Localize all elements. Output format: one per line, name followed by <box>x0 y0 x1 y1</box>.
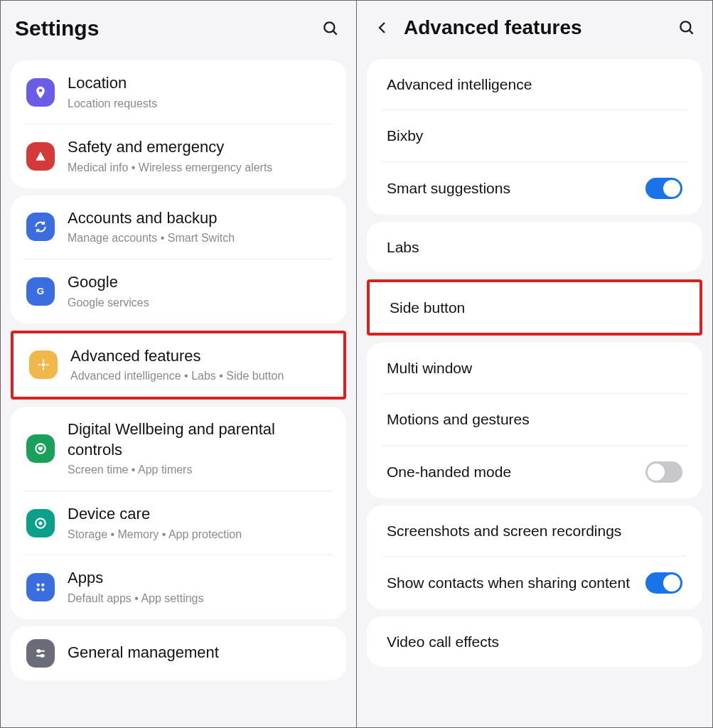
svg-point-15 <box>680 21 690 31</box>
settings-item-google[interactable]: G Google Google services <box>23 259 333 323</box>
settings-item-advanced-features-highlight: Advanced features Advanced intelligence … <box>11 331 346 400</box>
af-item-smart-suggestions[interactable]: Smart suggestions <box>382 161 687 215</box>
svg-text:G: G <box>37 286 44 296</box>
google-icon: G <box>26 277 55 306</box>
item-title: Device care <box>68 504 331 525</box>
settings-title: Settings <box>15 16 309 41</box>
settings-header: Settings <box>1 1 356 53</box>
af-card: Screenshots and screen recordings Show c… <box>367 505 702 609</box>
item-title: Safety and emergency <box>68 137 331 158</box>
svg-line-16 <box>689 30 692 33</box>
settings-item-general-management[interactable]: General management <box>23 626 333 680</box>
item-title: Advanced features <box>70 346 328 367</box>
heart-circle-icon <box>26 434 55 463</box>
af-item-side-button-highlight: Side button <box>367 279 702 336</box>
settings-card: Digital Wellbeing and parental controls … <box>11 407 346 619</box>
svg-point-14 <box>41 654 43 656</box>
item-subtitle: Default apps • App settings <box>68 592 331 606</box>
show-contacts-toggle[interactable] <box>645 572 682 594</box>
back-icon[interactable] <box>371 16 394 39</box>
item-subtitle: Advanced intelligence • Labs • Side butt… <box>70 369 328 384</box>
svg-point-9 <box>37 588 40 591</box>
svg-point-10 <box>41 588 44 591</box>
af-card: Video call effects <box>367 616 702 667</box>
af-item-screenshots[interactable]: Screenshots and screen recordings <box>382 505 687 556</box>
item-subtitle: Location requests <box>68 97 331 112</box>
af-item-side-button[interactable]: Side button <box>385 282 684 333</box>
settings-panel: Settings Location Location requests Safe… <box>0 0 356 728</box>
af-item-labs[interactable]: Labs <box>382 222 687 272</box>
af-item-video-effects[interactable]: Video call effects <box>382 616 687 667</box>
af-item-multi-window[interactable]: Multi window <box>382 343 687 393</box>
item-title: Apps <box>68 568 331 589</box>
item-subtitle: Medical info • Wireless emergency alerts <box>68 161 331 176</box>
location-icon <box>26 78 55 107</box>
settings-card: General management <box>11 626 346 680</box>
settings-item-safety[interactable]: Safety and emergency Medical info • Wire… <box>23 124 333 188</box>
search-icon[interactable] <box>675 16 698 39</box>
af-item-advanced-intelligence[interactable]: Advanced intelligence <box>382 59 687 109</box>
item-title: Google <box>68 272 331 293</box>
gear-star-icon <box>29 350 58 379</box>
item-subtitle: Storage • Memory • App protection <box>68 528 331 542</box>
af-item-one-handed-mode[interactable]: One-handed mode <box>382 445 687 498</box>
svg-line-1 <box>333 31 336 34</box>
item-title: Accounts and backup <box>68 208 331 229</box>
item-subtitle: Screen time • App timers <box>68 463 331 478</box>
af-item-motions-gestures[interactable]: Motions and gestures <box>382 393 687 444</box>
svg-point-6 <box>39 521 43 525</box>
settings-item-advanced-features[interactable]: Advanced features Advanced intelligence … <box>26 333 331 397</box>
af-item-show-contacts[interactable]: Show contacts when sharing content <box>382 556 687 609</box>
settings-card: Accounts and backup Manage accounts • Sm… <box>11 196 346 323</box>
svg-point-3 <box>42 363 45 367</box>
settings-item-accounts[interactable]: Accounts and backup Manage accounts • Sm… <box>23 196 333 259</box>
settings-item-device-care[interactable]: Device care Storage • Memory • App prote… <box>23 491 333 555</box>
sync-icon <box>26 213 55 241</box>
sliders-icon <box>26 639 55 668</box>
item-title: General management <box>68 643 331 663</box>
advanced-features-panel: Advanced features Advanced intelligence … <box>356 0 713 728</box>
settings-card: Location Location requests Safety and em… <box>11 60 346 188</box>
smart-suggestions-toggle[interactable] <box>645 178 682 199</box>
search-icon[interactable] <box>319 17 342 40</box>
settings-item-digital-wellbeing[interactable]: Digital Wellbeing and parental controls … <box>23 407 333 491</box>
svg-point-0 <box>324 22 334 32</box>
advanced-header: Advanced features <box>357 1 712 52</box>
af-card: Labs <box>367 222 702 272</box>
warning-icon <box>26 142 55 171</box>
svg-point-8 <box>41 584 44 587</box>
advanced-title: Advanced features <box>404 16 665 39</box>
shield-check-icon <box>26 509 55 537</box>
item-subtitle: Manage accounts • Smart Switch <box>68 231 331 246</box>
item-subtitle: Google services <box>68 296 331 311</box>
af-item-bixby[interactable]: Bixby <box>382 109 687 161</box>
settings-item-apps[interactable]: Apps Default apps • App settings <box>23 555 333 619</box>
svg-point-7 <box>37 584 40 587</box>
settings-item-location[interactable]: Location Location requests <box>23 60 333 124</box>
item-title: Digital Wellbeing and parental controls <box>68 419 331 460</box>
apps-grid-icon <box>26 573 55 601</box>
one-handed-toggle[interactable] <box>645 461 682 483</box>
svg-point-13 <box>38 650 40 652</box>
af-card: Advanced intelligence Bixby Smart sugges… <box>367 59 702 215</box>
af-card: Multi window Motions and gestures One-ha… <box>367 343 702 498</box>
item-title: Location <box>68 73 331 94</box>
